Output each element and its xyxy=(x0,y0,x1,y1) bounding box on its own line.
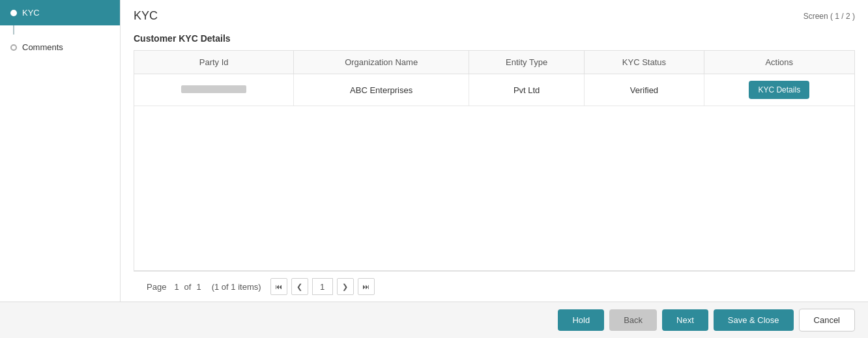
app-wrapper: KYC Comments KYC Screen ( 1 / 2 ) Custom… xyxy=(0,0,868,338)
current-page-display: 1 xyxy=(174,282,179,292)
cancel-button[interactable]: Cancel xyxy=(799,309,855,331)
col-entity-type: Entity Type xyxy=(469,51,584,74)
of-label: of xyxy=(184,282,192,292)
next-button[interactable]: Next xyxy=(662,309,708,331)
cell-actions: KYC Details xyxy=(704,74,854,106)
col-actions: Actions xyxy=(704,51,854,74)
cell-org-name: ABC Enterprises xyxy=(294,74,469,106)
table-row: ABC Enterprises Pvt Ltd Verified KYC Det… xyxy=(134,74,854,106)
main-area: KYC Comments KYC Screen ( 1 / 2 ) Custom… xyxy=(0,0,868,302)
kyc-table: Party Id Organization Name Entity Type K… xyxy=(134,51,854,106)
content-area: KYC Screen ( 1 / 2 ) Customer KYC Detail… xyxy=(121,0,868,302)
next-page-button[interactable]: ❯ xyxy=(337,278,354,295)
total-pages-display: 1 xyxy=(196,282,201,292)
col-org-name: Organization Name xyxy=(294,51,469,74)
last-page-button[interactable]: ⏭ xyxy=(358,278,375,295)
content-header: KYC Screen ( 1 / 2 ) xyxy=(121,0,868,27)
first-page-button[interactable]: ⏮ xyxy=(270,278,287,295)
hold-button[interactable]: Hold xyxy=(558,309,604,331)
content-body: Customer KYC Details Party Id Organizati… xyxy=(121,27,868,302)
sidebar-item-comments-label: Comments xyxy=(22,42,63,52)
col-kyc-status: KYC Status xyxy=(585,51,704,74)
section-title: Customer KYC Details xyxy=(134,33,855,44)
cell-entity-type: Pvt Ltd xyxy=(469,74,584,106)
comments-dot-icon xyxy=(10,44,17,51)
save-close-button[interactable]: Save & Close xyxy=(714,309,794,331)
kyc-dot-icon xyxy=(10,10,17,16)
party-id-masked xyxy=(181,85,246,93)
sidebar-items: KYC Comments xyxy=(0,0,120,60)
sidebar-connector-line xyxy=(13,25,14,35)
pagination-bar: Page 1 of 1 (1 of 1 items) ⏮ ❮ 1 ❯ ⏭ xyxy=(134,271,855,302)
page-input-box: 1 xyxy=(312,278,333,295)
sidebar-item-kyc[interactable]: KYC xyxy=(0,0,120,25)
page-label: Page xyxy=(147,282,166,292)
back-button[interactable]: Back xyxy=(609,309,657,331)
col-party-id: Party Id xyxy=(134,51,294,74)
table-wrapper: Party Id Organization Name Entity Type K… xyxy=(134,50,855,271)
sidebar-item-kyc-label: KYC xyxy=(22,8,40,18)
screen-info: Screen ( 1 / 2 ) xyxy=(803,12,855,21)
kyc-details-button[interactable]: KYC Details xyxy=(749,81,809,99)
page-title: KYC xyxy=(134,9,158,23)
prev-page-button[interactable]: ❮ xyxy=(291,278,308,295)
table-header-row: Party Id Organization Name Entity Type K… xyxy=(134,51,854,74)
cell-kyc-status: Verified xyxy=(585,74,704,106)
items-info: (1 of 1 items) xyxy=(212,282,261,292)
cell-party-id xyxy=(134,74,294,106)
sidebar-item-comments[interactable]: Comments xyxy=(0,35,120,60)
footer: Hold Back Next Save & Close Cancel xyxy=(0,302,868,338)
sidebar: KYC Comments xyxy=(0,0,121,302)
page-current-value: 1 xyxy=(320,282,325,292)
